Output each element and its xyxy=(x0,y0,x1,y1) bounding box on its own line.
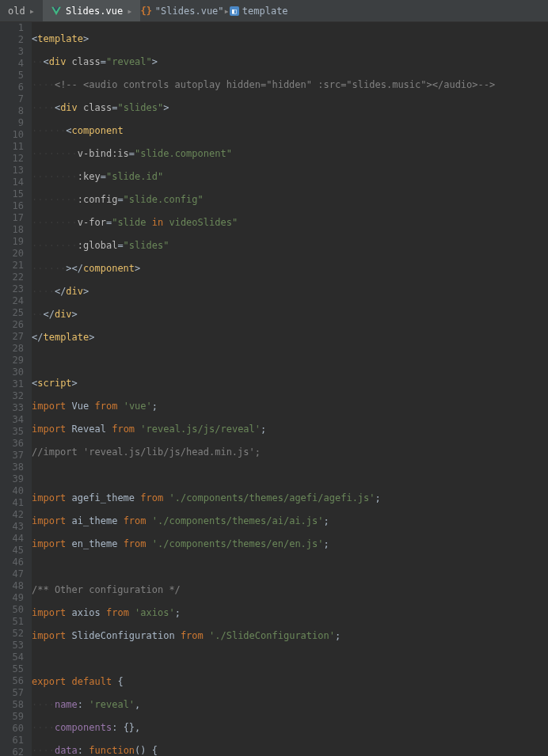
line-number: 56 xyxy=(6,675,24,687)
line-number: 60 xyxy=(6,723,24,735)
breadcrumb-item[interactable]: {} "Slides.vue" xyxy=(140,6,223,17)
line-number: 11 xyxy=(6,141,24,153)
line-number: 54 xyxy=(6,652,24,663)
breadcrumb-item[interactable]: ◧ template xyxy=(230,6,288,17)
line-number: 15 xyxy=(6,188,24,200)
line-number: 32 xyxy=(6,390,24,402)
line-number: 58 xyxy=(6,699,24,711)
line-number: 33 xyxy=(6,402,24,414)
line-number: 35 xyxy=(6,426,24,438)
line-number: 21 xyxy=(6,260,24,272)
line-number: 27 xyxy=(6,331,24,343)
breadcrumb-label: "Slides.vue" xyxy=(155,6,224,17)
line-number: 6 xyxy=(6,82,24,93)
chevron-right-icon: ▸ xyxy=(127,6,132,17)
code-editor[interactable]: 1234567891011121314151617181920212223242… xyxy=(0,22,548,756)
line-number: 62 xyxy=(6,747,24,756)
line-number: 52 xyxy=(6,628,24,640)
line-number: 1 xyxy=(6,22,24,34)
line-number: 49 xyxy=(6,592,24,604)
line-number: 10 xyxy=(6,129,24,141)
line-number: 17 xyxy=(6,212,24,224)
line-number: 16 xyxy=(6,200,24,212)
line-number: 40 xyxy=(6,485,24,497)
line-number: 44 xyxy=(6,533,24,545)
line-number: 2 xyxy=(6,34,24,46)
breadcrumb-label: template xyxy=(242,6,288,17)
line-number: 39 xyxy=(6,473,24,485)
code-area[interactable]: <template> ··<div class="reveal"> ····<!… xyxy=(32,22,548,756)
line-number: 29 xyxy=(6,355,24,367)
line-number: 14 xyxy=(6,177,24,188)
chevron-right-icon: ▸ xyxy=(224,6,230,17)
line-number: 26 xyxy=(6,319,24,331)
line-number: 31 xyxy=(6,378,24,390)
line-number: 47 xyxy=(6,568,24,580)
editor-tabs: old ▸ Slides.vue ▸ {} "Slides.vue" ▸ ◧ t… xyxy=(0,0,548,22)
line-number: 20 xyxy=(6,248,24,260)
braces-icon: {} xyxy=(140,6,151,17)
line-number: 5 xyxy=(6,70,24,82)
line-number: 55 xyxy=(6,663,24,675)
tab-old[interactable]: old ▸ xyxy=(0,0,43,21)
vue-icon xyxy=(51,6,62,17)
line-number: 57 xyxy=(6,687,24,699)
line-number: 7 xyxy=(6,93,24,105)
line-number: 43 xyxy=(6,521,24,533)
line-number: 8 xyxy=(6,105,24,117)
line-number: 19 xyxy=(6,236,24,248)
line-number: 48 xyxy=(6,580,24,592)
line-number: 37 xyxy=(6,450,24,462)
line-number: 38 xyxy=(6,462,24,473)
tab-label: Slides.vue xyxy=(66,6,123,17)
line-number: 3 xyxy=(6,46,24,58)
line-number: 9 xyxy=(6,117,24,129)
line-number: 13 xyxy=(6,165,24,177)
line-number: 59 xyxy=(6,711,24,723)
line-number: 42 xyxy=(6,509,24,521)
line-number: 51 xyxy=(6,616,24,628)
tab-slides-vue[interactable]: Slides.vue ▸ xyxy=(43,0,140,21)
html-icon: ◧ xyxy=(230,6,239,16)
line-number: 41 xyxy=(6,497,24,509)
line-number: 30 xyxy=(6,367,24,378)
tab-label: old xyxy=(8,6,25,17)
chevron-right-icon: ▸ xyxy=(29,6,35,17)
line-number: 34 xyxy=(6,414,24,426)
line-number: 53 xyxy=(6,640,24,652)
line-number-gutter: 1234567891011121314151617181920212223242… xyxy=(0,22,32,756)
line-number: 4 xyxy=(6,58,24,70)
line-number: 28 xyxy=(6,343,24,355)
line-number: 23 xyxy=(6,283,24,295)
line-number: 45 xyxy=(6,545,24,557)
line-number: 50 xyxy=(6,604,24,616)
line-number: 46 xyxy=(6,557,24,568)
line-number: 18 xyxy=(6,224,24,236)
line-number: 36 xyxy=(6,438,24,450)
line-number: 12 xyxy=(6,153,24,165)
line-number: 25 xyxy=(6,307,24,319)
line-number: 61 xyxy=(6,735,24,747)
line-number: 24 xyxy=(6,295,24,307)
line-number: 22 xyxy=(6,272,24,283)
